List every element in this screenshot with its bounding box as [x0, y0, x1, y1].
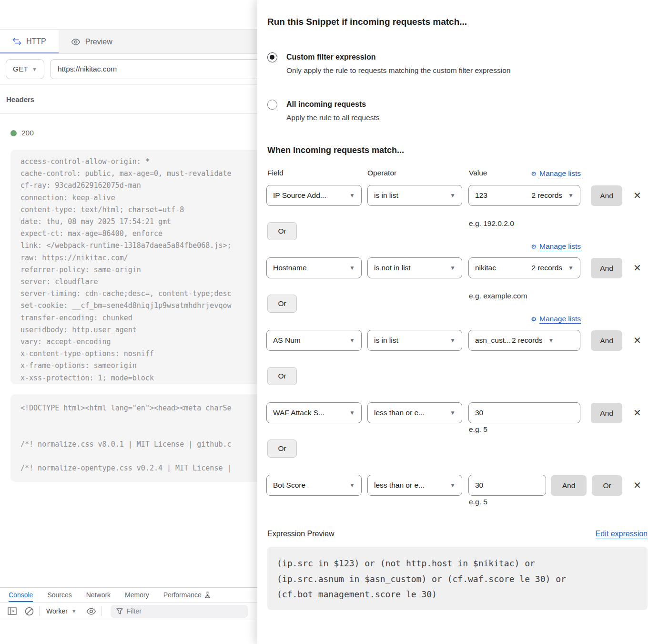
- chevron-down-icon: ▼: [349, 337, 355, 344]
- tab-sources-label: Sources: [47, 591, 71, 599]
- list-record-count: 2 records: [531, 191, 562, 200]
- chevron-down-icon: ▼: [450, 192, 456, 199]
- field-select-row4[interactable]: WAF Attack S...▼: [266, 402, 362, 423]
- or-button-row4[interactable]: Or: [267, 440, 297, 458]
- or-button-row2[interactable]: Or: [267, 295, 297, 313]
- swap-arrows-icon: [12, 38, 21, 45]
- radio-all-requests[interactable]: [267, 100, 277, 110]
- list-name: asn_cust...: [475, 336, 511, 345]
- and-button-row3[interactable]: And: [591, 330, 622, 351]
- or-button-row5[interactable]: Or: [592, 475, 622, 496]
- and-button-row4[interactable]: And: [591, 403, 622, 423]
- field-select-row5[interactable]: Bot Score▼: [266, 475, 362, 496]
- chevron-down-icon: ▼: [349, 192, 355, 199]
- expression-preview-label: Expression Preview: [267, 530, 335, 538]
- tab-memory-label: Memory: [125, 591, 149, 599]
- field-value: WAF Attack S...: [273, 409, 324, 417]
- clear-console-icon[interactable]: [24, 606, 34, 616]
- list-name: 123: [475, 191, 487, 200]
- live-expression-eye-icon[interactable]: [86, 606, 97, 616]
- devtools-console: Console Sources Network Memory Performan…: [0, 587, 257, 644]
- console-filter[interactable]: [111, 605, 248, 618]
- or-button-row1[interactable]: Or: [267, 222, 297, 240]
- and-button-row2[interactable]: And: [591, 258, 622, 278]
- field-select-row1[interactable]: IP Source Add...▼: [266, 185, 362, 206]
- tab-console-label: Console: [9, 591, 33, 599]
- tab-performance[interactable]: Performance: [163, 588, 211, 602]
- remove-condition-row3[interactable]: ✕: [633, 336, 641, 345]
- tab-network-label: Network: [86, 591, 111, 599]
- operator-select-row4[interactable]: less than or e...▼: [367, 402, 462, 423]
- match-section-title: When incoming requests match...: [267, 145, 404, 155]
- field-select-row3[interactable]: AS Num▼: [266, 330, 362, 351]
- value-hint-row4: e.g. 5: [469, 425, 487, 434]
- tab-network[interactable]: Network: [86, 588, 111, 602]
- column-label-field: Field: [267, 169, 284, 177]
- field-select-row2[interactable]: Hostname▼: [266, 257, 362, 278]
- eye-icon: [71, 39, 81, 45]
- method-label: GET: [13, 65, 28, 73]
- and-button-row5[interactable]: And: [551, 475, 587, 496]
- url-input[interactable]: [50, 59, 257, 79]
- tab-http-label: HTTP: [26, 37, 46, 46]
- operator-value: is in list: [374, 191, 398, 200]
- radio-option-custom-filter[interactable]: Custom filter expression Only apply the …: [267, 52, 510, 75]
- value-select-row1[interactable]: 123 2 records ▼: [468, 185, 580, 206]
- and-button-row1[interactable]: And: [591, 185, 622, 206]
- tab-preview-label: Preview: [85, 38, 112, 46]
- tab-performance-label: Performance: [163, 591, 202, 599]
- manage-lists-label: Manage lists: [539, 315, 581, 323]
- operator-select-row3[interactable]: is in list▼: [367, 330, 462, 351]
- gear-icon: ⚙: [531, 244, 537, 250]
- value-hint-row5: e.g. 5: [469, 498, 487, 506]
- radio-custom-filter-label: Custom filter expression: [286, 52, 510, 62]
- radio-option-all-requests[interactable]: All incoming requests Apply the rule to …: [267, 100, 380, 122]
- radio-custom-filter[interactable]: [267, 52, 277, 62]
- operator-value: is in list: [374, 336, 398, 345]
- manage-lists-label: Manage lists: [539, 169, 581, 178]
- chevron-down-icon: ▼: [71, 609, 77, 614]
- console-toolbar: Worker ▼: [0, 603, 257, 620]
- request-row: GET ▼: [0, 54, 257, 85]
- remove-condition-row1[interactable]: ✕: [633, 191, 641, 200]
- tab-memory[interactable]: Memory: [125, 588, 149, 602]
- tab-console[interactable]: Console: [9, 588, 33, 602]
- divider: [101, 606, 102, 616]
- chevron-down-icon: ▼: [450, 265, 456, 271]
- list-name: nikitac: [475, 264, 496, 272]
- manage-lists-link-3[interactable]: ⚙ Manage lists: [531, 315, 581, 323]
- tab-sources[interactable]: Sources: [47, 588, 71, 602]
- console-sidebar-toggle-icon[interactable]: [7, 606, 17, 616]
- value-select-row2[interactable]: nikitac 2 records ▼: [468, 257, 580, 278]
- context-selector[interactable]: Worker ▼: [46, 607, 77, 615]
- remove-condition-row2[interactable]: ✕: [633, 263, 641, 273]
- funnel-icon: [116, 608, 123, 614]
- chevron-down-icon: ▼: [349, 265, 355, 271]
- remove-condition-row4[interactable]: ✕: [633, 408, 641, 418]
- http-tester-panel: HTTP Preview GET ▼ Headers 200 access-co…: [0, 0, 257, 644]
- operator-select-row5[interactable]: less than or e...▼: [367, 475, 462, 496]
- manage-lists-link-2[interactable]: ⚙ Manage lists: [531, 242, 581, 251]
- tab-http[interactable]: HTTP: [0, 30, 59, 53]
- value-input-row5[interactable]: [468, 475, 546, 496]
- operator-select-row2[interactable]: is not in list▼: [367, 257, 462, 278]
- method-select[interactable]: GET ▼: [6, 59, 44, 79]
- tab-preview[interactable]: Preview: [59, 30, 125, 53]
- operator-select-row1[interactable]: is in list▼: [367, 185, 462, 206]
- expression-preview-code: (ip.src in $123) or (not http.host in $n…: [267, 547, 648, 610]
- filter-input[interactable]: [127, 607, 222, 615]
- or-button-row3[interactable]: Or: [267, 367, 297, 385]
- operator-value: is not in list: [374, 264, 411, 272]
- field-value: Hostname: [273, 264, 307, 272]
- chevron-down-icon: ▼: [450, 409, 456, 416]
- edit-expression-link[interactable]: Edit expression: [596, 530, 648, 538]
- left-panel-topbar: [0, 0, 257, 30]
- value-input-row4[interactable]: [468, 402, 580, 423]
- operator-value: less than or e...: [374, 481, 425, 490]
- chevron-down-icon: ▼: [450, 482, 456, 489]
- remove-condition-row5[interactable]: ✕: [633, 480, 641, 490]
- value-select-row3[interactable]: asn_cust... 2 records ▼: [468, 330, 580, 351]
- radio-all-requests-description: Apply the rule to all requests: [286, 113, 380, 122]
- field-value: IP Source Add...: [273, 191, 326, 200]
- manage-lists-link-1[interactable]: ⚙ Manage lists: [531, 169, 581, 178]
